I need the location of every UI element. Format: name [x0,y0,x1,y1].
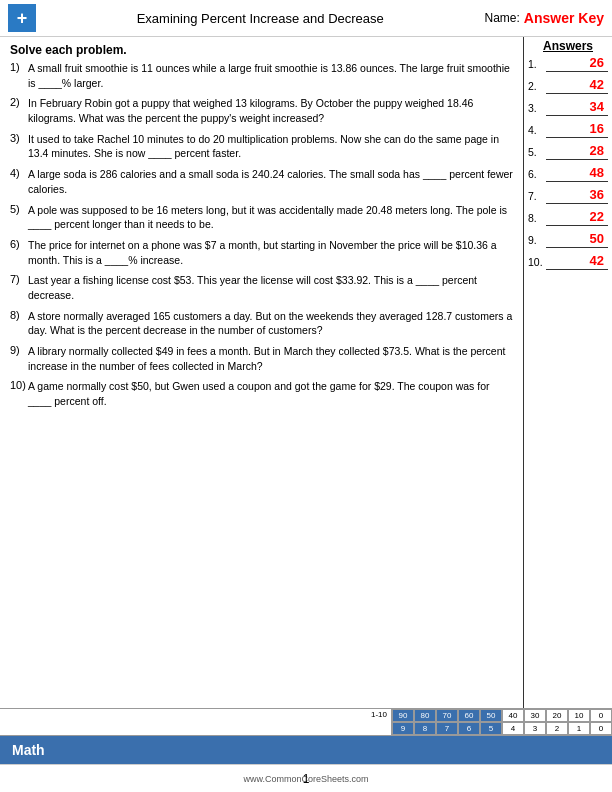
footer-subject: Math [12,742,45,758]
answer-row-2: 2. 42 [528,77,608,94]
footer: 1-10 90807060504030201009876543210 Math … [0,708,612,792]
answer-line-5: 28 [546,143,608,160]
problem-9: 9) A library normally collected $49 in f… [10,344,513,373]
problem-num-1: 1) [10,61,28,73]
footer-bar: Math [0,736,612,764]
answer-line-1: 26 [546,55,608,72]
answers-column: Answers 1. 26 2. 42 3. 34 4. 16 5. [524,37,612,725]
problem-text-8: A store normally averaged 165 customers … [28,309,513,338]
answer-val-8: 22 [590,209,604,224]
range-label: 1-10 [371,710,387,719]
answer-line-8: 22 [546,209,608,226]
answer-num-8: 8. [528,212,546,224]
answer-val-3: 34 [590,99,604,114]
problem-1: 1) A small fruit smoothie is 11 ounces w… [10,61,513,90]
problem-text-5: A pole was supposed to be 16 meters long… [28,203,513,232]
answer-val-6: 48 [590,165,604,180]
name-label: Name: [485,11,520,25]
problem-text-2: In February Robin got a puppy that weigh… [28,96,513,125]
answer-row-9: 9. 50 [528,231,608,248]
footer-page: 1 [303,772,310,786]
answer-line-4: 16 [546,121,608,138]
problem-num-4: 4) [10,167,28,179]
problem-num-8: 8) [10,309,28,321]
main-content: Solve each problem. 1) A small fruit smo… [0,37,612,725]
problems-area: Solve each problem. 1) A small fruit smo… [0,37,524,725]
problem-text-3: It used to take Rachel 10 minutes to do … [28,132,513,161]
problem-num-7: 7) [10,273,28,285]
problem-8: 8) A store normally averaged 165 custome… [10,309,513,338]
problem-num-9: 9) [10,344,28,356]
problem-num-5: 5) [10,203,28,215]
answer-val-2: 42 [590,77,604,92]
problem-6: 6) The price for internet on a phone was… [10,238,513,267]
answer-key-label: Answer Key [524,10,604,26]
problem-2: 2) In February Robin got a puppy that we… [10,96,513,125]
answer-num-6: 6. [528,168,546,180]
answer-row-10: 10. 42 [528,253,608,270]
answer-num-10: 10. [528,256,546,268]
problem-num-6: 6) [10,238,28,250]
answer-line-7: 36 [546,187,608,204]
answer-row-7: 7. 36 [528,187,608,204]
problem-10: 10) A game normally cost $50, but Gwen u… [10,379,513,408]
problem-text-9: A library normally collected $49 in fees… [28,344,513,373]
problem-4: 4) A large soda is 286 calories and a sm… [10,167,513,196]
logo-text: + [17,8,28,29]
header: + Examining Percent Increase and Decreas… [0,0,612,37]
footer-bottom: www.CommonCoreSheets.com 1 [0,764,612,792]
answer-num-1: 1. [528,58,546,70]
instructions: Solve each problem. [10,43,513,57]
answer-num-2: 2. [528,80,546,92]
problem-7: 7) Last year a fishing license cost $53.… [10,273,513,302]
answer-line-3: 34 [546,99,608,116]
answer-num-3: 3. [528,102,546,114]
header-right: Name: Answer Key [485,10,605,26]
answer-val-5: 28 [590,143,604,158]
answer-row-6: 6. 48 [528,165,608,182]
answer-line-10: 42 [546,253,608,270]
answer-num-9: 9. [528,234,546,246]
answer-num-5: 5. [528,146,546,158]
problem-text-10: A game normally cost $50, but Gwen used … [28,379,513,408]
problem-text-1: A small fruit smoothie is 11 ounces whil… [28,61,513,90]
answer-line-9: 50 [546,231,608,248]
problem-num-3: 3) [10,132,28,144]
worksheet-title: Examining Percent Increase and Decrease [36,11,485,26]
problem-num-10: 10) [10,379,28,391]
answer-num-7: 7. [528,190,546,202]
answer-row-4: 4. 16 [528,121,608,138]
answer-val-1: 26 [590,55,604,70]
answer-val-4: 16 [590,121,604,136]
answer-line-6: 48 [546,165,608,182]
logo: + [8,4,36,32]
answer-line-2: 42 [546,77,608,94]
answer-row-5: 5. 28 [528,143,608,160]
answer-row-1: 1. 26 [528,55,608,72]
problem-5: 5) A pole was supposed to be 16 meters l… [10,203,513,232]
answer-val-7: 36 [590,187,604,202]
problem-text-7: Last year a fishing license cost $53. Th… [28,273,513,302]
problem-num-2: 2) [10,96,28,108]
problem-text-4: A large soda is 286 calories and a small… [28,167,513,196]
answer-val-10: 42 [590,253,604,268]
problem-3: 3) It used to take Rachel 10 minutes to … [10,132,513,161]
answer-val-9: 50 [590,231,604,246]
answers-header: Answers [528,39,608,53]
answer-row-3: 3. 34 [528,99,608,116]
answer-row-8: 8. 22 [528,209,608,226]
answer-num-4: 4. [528,124,546,136]
problem-text-6: The price for internet on a phone was $7… [28,238,513,267]
